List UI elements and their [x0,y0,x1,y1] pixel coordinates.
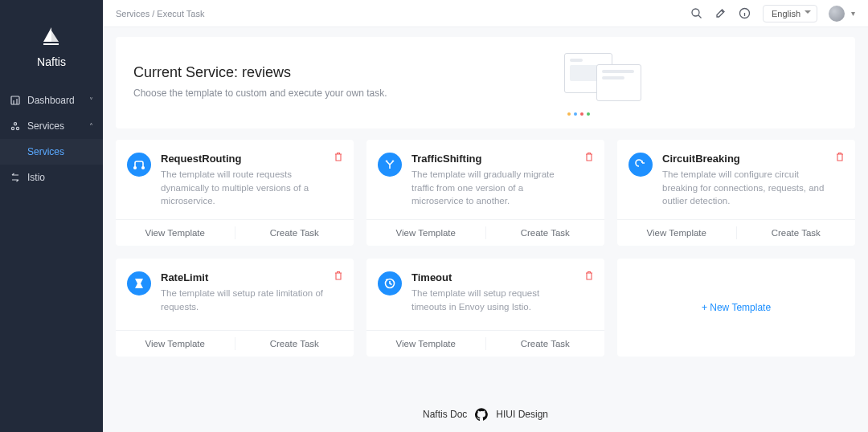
template-card-circuitbreaking: CircuitBreaking The template will config… [617,140,855,246]
template-card-ratelimit: RateLimit The template will setup rate l… [116,259,354,357]
card-title: TrafficShifting [411,153,574,165]
view-template-button[interactable]: View Template [116,331,235,357]
create-task-button[interactable]: Create Task [486,220,605,246]
card-desc: The template will route requests dynamic… [161,168,323,208]
search-icon[interactable] [690,7,703,20]
card-title: RateLimit [161,271,323,283]
edit-icon[interactable] [714,7,727,20]
card-desc: The template will setup rate limitation … [161,287,323,313]
route-icon [127,153,151,177]
view-template-button[interactable]: View Template [617,220,736,246]
sidebar-item-services[interactable]: Services ˄ [0,113,103,139]
new-template-label: + New Template [702,302,771,313]
hero-card: Current Service: reviews Choose the temp… [116,37,855,128]
istio-icon [10,172,21,183]
ratelimit-icon [127,271,151,295]
delete-icon[interactable] [333,270,344,281]
template-card-timeout: Timeout The template will setup request … [366,259,604,357]
sidebar-item-label: Istio [27,172,45,183]
avatar-caret-icon: ▾ [851,9,855,18]
language-select-value: English [772,9,800,18]
svg-point-5 [692,9,699,16]
card-title: CircuitBreaking [662,153,825,165]
view-template-button[interactable]: View Template [366,331,485,357]
main: Services / Execut Task English ▾ [103,0,868,432]
create-task-button[interactable]: Create Task [486,331,605,357]
brand-name: Naftis [0,55,103,68]
footer-link-design[interactable]: HIUI Design [496,409,548,420]
card-desc: The template will gradually migrate traf… [411,168,574,208]
footer-link-doc[interactable]: Naftis Doc [423,409,467,420]
svg-point-7 [134,167,137,169]
delete-icon[interactable] [583,270,595,281]
chevron-down-icon: ˅ [89,96,93,105]
card-desc: The template will configure circuit brea… [662,168,825,208]
chevron-up-icon: ˄ [89,122,93,131]
hero-illustration-icon [564,53,661,109]
avatar[interactable] [829,6,845,22]
sidebar-subitem-services[interactable]: Services [0,139,103,165]
svg-point-3 [11,127,14,129]
sidebar-item-label: Dashboard [27,95,75,106]
card-title: RequestRouting [161,153,323,165]
footer: Naftis Doc HIUI Design [103,398,868,432]
view-template-button[interactable]: View Template [116,220,235,246]
delete-icon[interactable] [834,151,845,162]
svg-point-8 [142,167,145,169]
services-icon [10,120,21,132]
breaker-icon [628,153,653,177]
svg-point-4 [16,127,18,129]
svg-rect-1 [11,96,19,104]
dashboard-icon [10,95,21,106]
page-title: Current Service: reviews [133,64,387,81]
topbar: Services / Execut Task English ▾ [103,0,868,27]
new-template-button[interactable]: + New Template [617,259,855,357]
page-subtitle: Choose the template to custom and execut… [133,88,387,99]
view-template-button[interactable]: View Template [366,220,485,246]
breadcrumb[interactable]: Services / Execut Task [116,9,204,18]
brand-block: Naftis [0,0,103,88]
create-task-button[interactable]: Create Task [235,220,354,246]
delete-icon[interactable] [583,151,595,162]
timeout-icon [378,271,402,295]
create-task-button[interactable]: Create Task [235,331,354,357]
content: Current Service: reviews Choose the temp… [103,27,868,398]
delete-icon[interactable] [333,151,344,162]
github-icon[interactable] [475,408,488,421]
template-grid: RequestRouting The template will route r… [116,140,855,357]
sidebar-item-istio[interactable]: Istio [0,165,103,190]
language-select[interactable]: English [763,5,817,22]
svg-point-2 [14,123,16,125]
create-task-button[interactable]: Create Task [737,220,856,246]
brand-logo-icon [0,26,103,51]
svg-rect-0 [43,43,59,45]
topbar-actions: English ▾ [690,5,855,22]
sidebar-item-label: Services [27,120,64,132]
shift-icon [378,153,402,177]
card-title: Timeout [411,271,574,283]
sidebar-subitem-label: Services [27,146,64,157]
template-card-requestrouting: RequestRouting The template will route r… [116,140,354,246]
card-desc: The template will setup request timeouts… [411,287,574,313]
sidebar-item-dashboard[interactable]: Dashboard ˅ [0,88,103,113]
sidebar: Naftis Dashboard ˅ Services ˄ Services I… [0,0,103,432]
info-icon[interactable] [739,7,751,20]
template-card-trafficshifting: TrafficShifting The template will gradua… [366,140,604,246]
